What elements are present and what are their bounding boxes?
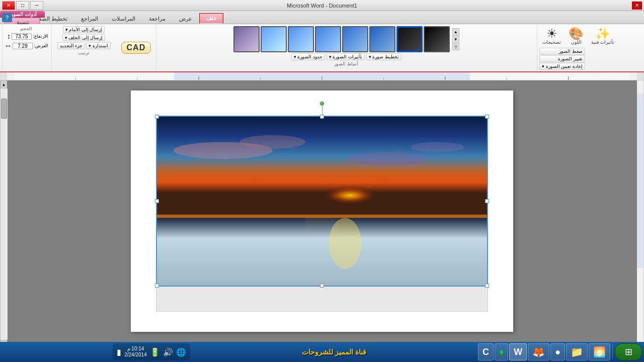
image-border-btn[interactable]: حدود الصورة ▾ [291, 53, 325, 60]
svg-rect-12 [636, 94, 643, 268]
cad-section: CAD [117, 25, 155, 70]
image-styles-section: ▲ ▼ ▽ حدود الصورة ▾ تأثيرات الصورة ▾ تخط… [156, 25, 536, 70]
help-button[interactable]: ? [2, 13, 12, 22]
scroll-track[interactable] [1, 88, 8, 340]
handle-middle-right[interactable] [485, 199, 489, 203]
taskbar-explorer[interactable]: 📁 [566, 343, 588, 360]
cad-badge: CAD [121, 42, 151, 54]
ruler-corner [637, 72, 644, 80]
handle-bottom-center[interactable] [320, 284, 324, 288]
title-bar: ✕ Microsoft Word - Document1 ─ □ ✕ [0, 0, 644, 11]
maximize-button[interactable]: □ [16, 1, 29, 10]
tab-mailings[interactable]: المراسلات [105, 14, 142, 24]
taskbar-word[interactable]: W [509, 343, 527, 360]
scroll-thumb[interactable] [1, 99, 7, 119]
wrap-text-btn[interactable]: إرسال إلى الخلف ▾ [62, 34, 106, 41]
handle-top-left[interactable] [155, 115, 159, 119]
size-label: الحجم [20, 26, 32, 31]
image-effects-btn[interactable]: تأثيرات الصورة ▾ [327, 53, 365, 60]
compress-btn[interactable]: ضغط الصور [539, 48, 585, 55]
style-thumb-4[interactable] [342, 26, 368, 52]
svg-rect-19 [157, 215, 487, 218]
style-thumb-1[interactable] [424, 26, 450, 52]
styles-section-label: أنماط الصور [334, 61, 358, 66]
image-container[interactable] [156, 116, 488, 287]
taskbar-ie[interactable]: 🌅 [589, 343, 610, 360]
minimize-button[interactable]: ─ [30, 1, 43, 10]
style-thumb-3[interactable] [369, 26, 395, 52]
arrange-section: إرسال إلى الأمام ▾ إرسال إلى الخلف ▾ است… [51, 25, 116, 70]
taskbar-firefox[interactable]: 🦊 [528, 343, 549, 360]
style-scroll-up[interactable]: ▲ [452, 28, 459, 35]
tab-review[interactable]: مراجعة [142, 14, 172, 24]
vertical-scrollbar: ▲ ▼ [0, 80, 7, 348]
handle-bottom-left[interactable] [155, 284, 159, 288]
taskbar-app1[interactable]: ♦ [495, 343, 508, 360]
svg-point-21 [329, 218, 362, 269]
ribbon: الحجم الارتفاع: ↕ العرض: ↔ إرسال إلى الأ… [0, 24, 644, 72]
close-window-button[interactable]: ✕ [2, 1, 15, 10]
svg-point-18 [411, 142, 464, 152]
main-area: ▲ ▼ [0, 80, 644, 348]
size-section: الحجم الارتفاع: ↕ العرض: ↔ [2, 25, 50, 70]
handle-bottom-right[interactable] [485, 284, 489, 288]
tray-show-desktop[interactable]: ▮ [117, 347, 121, 357]
taskbar-chrome[interactable]: ● [550, 343, 565, 360]
arrange-label: ترتيب [78, 50, 90, 55]
svg-point-14 [296, 179, 395, 213]
style-thumb-8[interactable] [233, 26, 260, 52]
style-scroll-down[interactable]: ▼ [452, 36, 459, 43]
taskbar-app2[interactable]: C [478, 343, 494, 360]
vertical-ruler [637, 80, 644, 348]
ruler-area [0, 72, 644, 80]
adjust-section: ☀ تصحيحات 🎨 اللون ✨ تأثيرات فنية ضغط الص… [537, 25, 642, 70]
width-input[interactable] [13, 43, 33, 49]
image-svg [157, 117, 487, 286]
style-thumb-6[interactable] [288, 26, 314, 52]
tab-home[interactable]: خلف [199, 13, 223, 24]
svg-rect-20 [157, 218, 487, 286]
height-label: الارتفاع: [33, 34, 48, 39]
title-bar-left: ✕ [632, 2, 642, 10]
handle-top-center[interactable] [320, 115, 324, 119]
rotation-line [322, 106, 323, 115]
tray-volume-icon[interactable]: 🔊 [163, 347, 173, 357]
style-thumb-2[interactable] [396, 26, 423, 52]
style-scroll: ▲ ▼ ▽ [452, 28, 459, 50]
bring-forward-btn[interactable]: استدارة ▾ [86, 42, 111, 49]
svg-point-17 [348, 152, 427, 166]
send-backward-btn[interactable]: جزء التحديد [57, 42, 86, 49]
taskbar-sep-1 [612, 344, 613, 359]
corrections-btn[interactable]: ☀ تصحيحات [539, 26, 564, 46]
change-btn[interactable]: تغيير الصورة [539, 55, 585, 62]
tray-battery-icon[interactable]: 🔋 [150, 347, 160, 357]
close-button[interactable]: ✕ [632, 2, 642, 10]
style-thumb-7[interactable] [261, 26, 287, 52]
tray-clock[interactable]: 10:14 م 2/24/2014 [124, 346, 147, 358]
title-bar-controls: ─ □ ✕ [2, 1, 43, 10]
handle-top-right[interactable] [485, 115, 489, 119]
position-btn[interactable]: إرسال إلى الأمام ▾ [63, 26, 105, 33]
height-input[interactable] [12, 33, 32, 40]
ruler-svg [14, 72, 630, 80]
reset-btn[interactable]: إعادة تعيين الصورة ▾ [539, 63, 585, 70]
tray-network-icon[interactable]: 🌐 [176, 347, 186, 357]
taskbar: ⊞ 🌅 📁 ● 🦊 W ♦ C قناة المميز للشروحات 🌐 🔊… [0, 342, 644, 362]
handle-middle-left[interactable] [155, 199, 159, 203]
sunset-image [157, 117, 487, 286]
tab-references[interactable]: المراجع [74, 14, 105, 24]
ribbon-tab-bar: أدوات الصورة تنسيق خلف عرض مراجعة المراس… [0, 11, 644, 24]
tab-view[interactable]: عرض [173, 14, 199, 24]
artistic-btn[interactable]: ✨ تأثيرات فنية [588, 26, 617, 46]
rotation-handle[interactable] [320, 102, 324, 106]
image-layout-btn[interactable]: تخطيط صورة ▾ [366, 53, 401, 60]
tray-time: 10:14 م [124, 346, 147, 352]
document-canvas [7, 80, 637, 348]
start-button[interactable]: ⊞ [615, 343, 642, 360]
style-scroll-more[interactable]: ▽ [452, 43, 459, 50]
document-page [131, 90, 513, 332]
window-title: Microsoft Word - Document1 [287, 3, 357, 9]
style-thumb-5[interactable] [315, 26, 341, 52]
scroll-up-btn[interactable]: ▲ [1, 80, 8, 88]
color-btn[interactable]: 🎨 اللون [566, 26, 587, 46]
